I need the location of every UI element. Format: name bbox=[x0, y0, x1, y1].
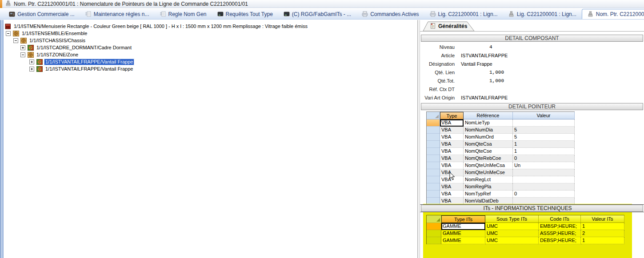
tab-3[interactable]: Regle Nom Gen bbox=[154, 9, 212, 19]
cell-r-f-rence[interactable]: NomTypRef bbox=[464, 191, 513, 198]
cell-type[interactable]: VBA bbox=[440, 162, 464, 169]
cell-valeur[interactable]: 0 bbox=[513, 191, 575, 198]
cell-r-f-rence[interactable]: NomRegPla bbox=[464, 183, 513, 191]
tree-expander-minus[interactable] bbox=[13, 38, 18, 43]
tree-expander-plus[interactable] bbox=[20, 45, 25, 50]
column-header[interactable]: Valeur bbox=[513, 112, 575, 119]
tree-item-label[interactable]: 1/1/ISTVANTAILFRAPPE/Vantail Frappe bbox=[44, 59, 134, 65]
cell-type[interactable]: VBA bbox=[440, 127, 464, 134]
tree-item[interactable]: 1/1/ISTVANTAILFRAPPE/Vantail Frappe bbox=[4, 58, 417, 65]
tree-expander-minus[interactable] bbox=[20, 52, 25, 57]
row-selector[interactable] bbox=[427, 176, 440, 183]
row-selector[interactable] bbox=[427, 237, 441, 244]
cell-sous-type-its[interactable]: UMC bbox=[485, 237, 539, 244]
tree-item[interactable]: 1/1/ISTENSEMBLE/Ensemble bbox=[4, 30, 417, 37]
tree-item-label[interactable]: 1/1/ISTVANTAILFRAPPE/Vantail Frappe bbox=[44, 66, 134, 72]
cell-valeur[interactable]: 5 bbox=[513, 134, 575, 141]
cell-type[interactable]: VBA bbox=[440, 134, 464, 141]
tab-7[interactable]: Lig. C221200001 : Lign... bbox=[424, 9, 503, 19]
cell-valeur[interactable]: 1 bbox=[513, 141, 575, 148]
tree-expander-plus[interactable] bbox=[29, 67, 34, 71]
row-selector[interactable] bbox=[427, 162, 440, 169]
field-value: 4 bbox=[489, 44, 492, 50]
cell-valeur[interactable]: 1 bbox=[513, 148, 575, 155]
tab-generalites[interactable]: Généralités bbox=[423, 21, 475, 32]
cell-r-f-rence[interactable]: NomQteCse bbox=[464, 148, 513, 155]
cell-valeur[interactable] bbox=[513, 183, 575, 191]
cell-valeur-its[interactable]: 1 bbox=[581, 223, 624, 230]
cell-r-f-rence[interactable]: NomQteCsa bbox=[464, 141, 513, 148]
cell-type[interactable]: VBA bbox=[440, 191, 464, 198]
section-header-detail-pointeur: DETAIL POINTEUR bbox=[421, 103, 643, 110]
select-all-corner[interactable] bbox=[427, 215, 441, 223]
window-red-icon bbox=[5, 24, 11, 29]
tab-6[interactable]: Commandes Actives bbox=[356, 9, 424, 19]
tree-expander-minus[interactable] bbox=[6, 31, 11, 36]
tree-item-label[interactable]: 1/1/ISTZONE/Zone bbox=[36, 52, 79, 58]
tree-item-label[interactable]: 1/1/ISTCADRE_DORMANT/Cadre Dormant bbox=[36, 45, 132, 51]
row-selector[interactable] bbox=[427, 127, 440, 134]
cell-valeur[interactable]: Un bbox=[513, 162, 575, 169]
column-header[interactable]: Code ITs bbox=[539, 215, 581, 223]
cell-r-f-rence[interactable]: NomQteUnMeCsa bbox=[464, 162, 513, 169]
cell-valeur[interactable] bbox=[513, 169, 575, 176]
tab-1[interactable]: Gestion Commerciale ... bbox=[4, 9, 80, 19]
cell-type[interactable]: VBA bbox=[440, 148, 464, 155]
tree-item[interactable]: 1/1/ISTMEN/Menuiserie Rectangle - Couleu… bbox=[4, 23, 417, 30]
tab-5[interactable]: (C) RGG/FabGamITs - ... bbox=[278, 9, 356, 19]
cell-valeur[interactable]: 0 bbox=[513, 155, 575, 162]
cell-code-its[interactable]: DEBSP;HEURE; bbox=[539, 237, 581, 244]
row-selector[interactable] bbox=[427, 134, 440, 141]
tab-2[interactable]: Maintenance régles n... bbox=[80, 9, 155, 19]
row-selector[interactable] bbox=[427, 148, 440, 155]
tree-expander-plus[interactable] bbox=[29, 60, 34, 64]
cell-valeur[interactable] bbox=[513, 119, 575, 127]
cell-r-f-rence[interactable]: NomRegLct bbox=[464, 176, 513, 183]
cell-sous-type-its[interactable]: UMC bbox=[485, 223, 539, 230]
tree-item[interactable]: 1/1/ISTVANTAILFRAPPE/Vantail Frappe bbox=[4, 65, 417, 72]
cell-r-f-rence[interactable]: NomNumOrd bbox=[464, 134, 513, 141]
cell-r-f-rence[interactable]: NomLieTyp bbox=[464, 119, 513, 127]
tree-item-label[interactable]: 1/1/ISTMEN/Menuiserie Rectangle - Couleu… bbox=[13, 24, 308, 29]
column-header[interactable]: Type bbox=[440, 112, 464, 119]
cell-type-its[interactable]: GAMME bbox=[441, 223, 485, 230]
cell-valeur-its[interactable]: 1 bbox=[581, 237, 624, 244]
tree-item[interactable]: 1/1/ISTCHASSIS/Chassis bbox=[4, 37, 417, 44]
column-header[interactable]: Type ITs bbox=[441, 215, 485, 223]
cell-valeur-its[interactable]: 2 bbox=[581, 230, 624, 237]
tab-9[interactable]: Nom. Ptr. C221200001... bbox=[582, 9, 644, 19]
column-header[interactable]: Valeur ITs bbox=[581, 215, 624, 223]
tree-item[interactable]: 1/1/ISTZONE/Zone bbox=[4, 51, 417, 58]
column-header[interactable]: Sous Type ITs bbox=[485, 215, 539, 223]
cell-type[interactable]: VBA bbox=[440, 183, 464, 191]
cell-valeur[interactable] bbox=[513, 176, 575, 183]
row-selector[interactable] bbox=[427, 169, 440, 176]
cell-sous-type-its[interactable]: UMC bbox=[485, 230, 539, 237]
row-selector[interactable] bbox=[427, 230, 441, 237]
tab-8[interactable]: Lig. C221200001 : Lign... bbox=[503, 9, 582, 19]
row-selector[interactable] bbox=[427, 141, 440, 148]
row-selector[interactable] bbox=[427, 155, 440, 162]
row-selector[interactable] bbox=[427, 183, 440, 191]
select-all-corner[interactable] bbox=[427, 112, 440, 119]
row-selector[interactable] bbox=[427, 119, 440, 127]
cell-valeur[interactable]: 5 bbox=[513, 127, 575, 134]
cell-code-its[interactable]: EMBSP;HEURE; bbox=[539, 223, 581, 230]
cell-r-f-rence[interactable]: NomNumDia bbox=[464, 127, 513, 134]
cell-r-f-rence[interactable]: NomQteUnMeCse bbox=[464, 169, 513, 176]
cell-type[interactable]: VBA bbox=[440, 119, 464, 127]
cell-r-f-rence[interactable]: NomQteRebCoe bbox=[464, 155, 513, 162]
field-row: Qté. Lien1,000 bbox=[420, 68, 644, 76]
cell-code-its[interactable]: ASSSP;HEURE; bbox=[539, 230, 581, 237]
cell-type-its[interactable]: GAMME bbox=[441, 237, 485, 244]
cell-type-its[interactable]: GAMME bbox=[441, 230, 485, 237]
cell-type[interactable]: VBA bbox=[440, 141, 464, 148]
tree-item-label[interactable]: 1/1/ISTENSEMBLE/Ensemble bbox=[21, 31, 88, 36]
row-selector[interactable] bbox=[427, 223, 441, 230]
row-selector[interactable] bbox=[427, 191, 440, 198]
tree-item-label[interactable]: 1/1/ISTCHASSIS/Chassis bbox=[28, 38, 86, 44]
tab-4[interactable]: Requêtes Tout Type bbox=[212, 9, 278, 19]
tree-item[interactable]: 1/1/ISTCADRE_DORMANT/Cadre Dormant bbox=[4, 44, 417, 51]
cell-type[interactable]: VBA bbox=[440, 155, 464, 162]
column-header[interactable]: Référence bbox=[464, 112, 513, 119]
